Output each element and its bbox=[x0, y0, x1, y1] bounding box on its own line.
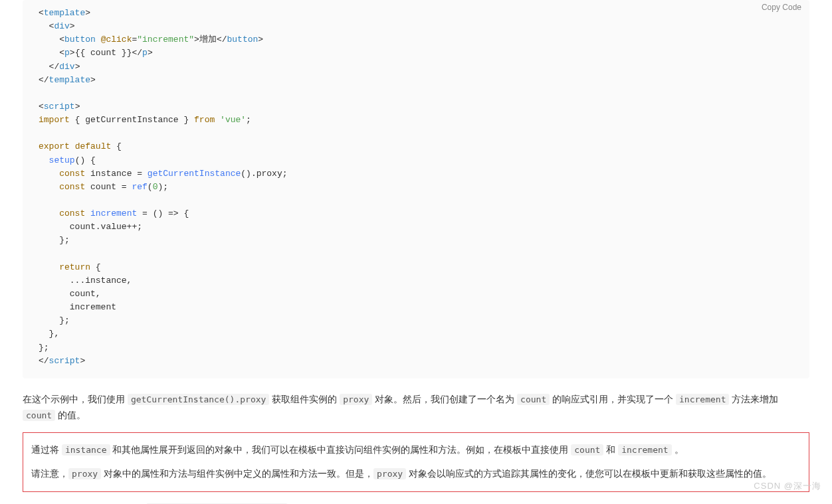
inline-code: proxy bbox=[340, 394, 372, 405]
watermark-text: CSDN @深一海 bbox=[754, 480, 821, 492]
highlight-box: 通过将 instance 和其他属性展开到返回的对象中，我们可以在模板中直接访问… bbox=[23, 432, 809, 492]
inline-code: count bbox=[23, 410, 55, 421]
inline-code: proxy bbox=[68, 468, 101, 479]
inline-code: proxy bbox=[373, 468, 406, 479]
inline-code: count bbox=[571, 444, 603, 456]
inline-code: count bbox=[517, 394, 550, 405]
code-content: <template> <div> <button @click="increme… bbox=[39, 7, 793, 368]
code-block: Copy Code <template> <div> <button @clic… bbox=[23, 0, 809, 378]
paragraph-2: 通过将 instance 和其他属性展开到返回的对象中，我们可以在模板中直接访问… bbox=[31, 442, 801, 458]
inline-code: increment bbox=[618, 444, 671, 456]
paragraph-1: 在这个示例中，我们使用 getCurrentInstance().proxy 获… bbox=[23, 392, 809, 424]
inline-code: increment bbox=[676, 394, 729, 405]
paragraph-4: 希望这个示例能够帮助您理解 getCurrentInstance().proxy… bbox=[23, 501, 809, 504]
copy-code-button[interactable]: Copy Code bbox=[762, 3, 801, 12]
paragraph-3: 请注意，proxy 对象中的属性和方法与组件实例中定义的属性和方法一致。但是，p… bbox=[31, 466, 801, 482]
inline-code: getCurrentInstance().proxy bbox=[128, 394, 270, 405]
inline-code: instance bbox=[62, 444, 110, 456]
